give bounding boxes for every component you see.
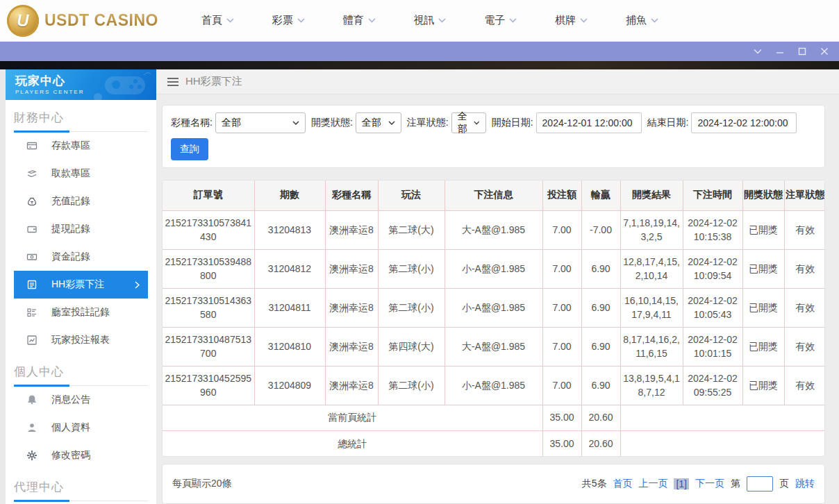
search-button[interactable]: 查詢 bbox=[171, 138, 208, 160]
cell-bet-info: 大-A盤@1.985 bbox=[445, 210, 542, 249]
sidebar-item-label: 存款專區 bbox=[51, 140, 90, 152]
cell-bet-amount: 7.00 bbox=[542, 210, 581, 249]
col-winloss: 輸贏 bbox=[581, 180, 620, 210]
cell-draw-result: 13,8,19,5,4,18,7,12 bbox=[620, 366, 683, 405]
cell-draw-status: 已開獎 bbox=[742, 288, 784, 327]
sidebar-item-profile[interactable]: 個人資料 bbox=[14, 414, 148, 442]
cell-period: 31204809 bbox=[254, 366, 325, 405]
table-row: 2152173310487513700 31204810 澳洲幸运8 第四球(大… bbox=[163, 327, 825, 366]
sidebar-item-recharge-records[interactable]: 充值記錄 bbox=[14, 187, 148, 215]
coin-logo-icon: U bbox=[7, 5, 39, 37]
nav-item-boardgames[interactable]: 棋牌 bbox=[555, 14, 588, 27]
end-date-input[interactable] bbox=[691, 112, 797, 133]
nav-item-home[interactable]: 首頁 bbox=[201, 14, 234, 27]
table-header-row: 訂單號 期數 彩種名稱 玩法 下注信息 投注額 輸贏 開獎結果 下注時間 開獎狀… bbox=[163, 180, 825, 210]
current-page-indicator: [1] bbox=[674, 478, 689, 489]
next-page-link[interactable]: 下一页 bbox=[695, 478, 724, 490]
cell-lottery-name: 澳洲幸运8 bbox=[325, 366, 378, 405]
chevron-down-icon bbox=[580, 18, 588, 23]
sidebar-item-label: 廳室投註記錄 bbox=[51, 306, 110, 319]
order-status-select[interactable]: 全部 bbox=[451, 112, 486, 133]
main-menu: 首頁 彩票 體育 視訊 電子 棋牌 bbox=[181, 14, 839, 27]
nav-item-slots[interactable]: 電子 bbox=[484, 14, 517, 27]
cell-lottery-name: 澳洲幸运8 bbox=[325, 210, 378, 249]
chevron-down-icon bbox=[474, 121, 479, 125]
cell-play-type: 第二球(小) bbox=[378, 288, 445, 327]
nav-item-fishing[interactable]: 捕魚 bbox=[626, 14, 658, 27]
cell-draw-result: 7,1,18,19,14,3,2,5 bbox=[620, 210, 683, 249]
sidebar-item-hall-bet-records[interactable]: 廳室投註記錄 bbox=[14, 299, 148, 326]
cell-order-no: 2152173310514363580 bbox=[163, 288, 254, 327]
sidebar-item-player-bet-report[interactable]: 玩家投注報表 bbox=[14, 326, 148, 354]
sidebar-item-funds-records[interactable]: 資金記錄 bbox=[14, 243, 148, 271]
cell-winloss: -7.00 bbox=[581, 210, 620, 249]
sidebar-item-change-password[interactable]: 修改密碼 bbox=[14, 442, 148, 469]
minimize-icon[interactable] bbox=[774, 45, 786, 58]
cell-order-no: 2152173310452595960 bbox=[163, 366, 254, 405]
sidebar-item-withdrawal-records[interactable]: 提現記錄 bbox=[14, 215, 148, 243]
lottery-name-select[interactable]: 全部 bbox=[215, 112, 306, 133]
start-date-input[interactable] bbox=[536, 112, 642, 133]
sidebar-item-deposit[interactable]: 存款專區 bbox=[14, 132, 148, 160]
cell-period: 31204810 bbox=[254, 327, 325, 366]
total-count-text: 共5条 bbox=[582, 478, 607, 490]
nav-item-video[interactable]: 視訊 bbox=[413, 14, 446, 27]
selected-value: 全部 bbox=[362, 117, 381, 129]
cell-bet-info: 小-A盤@1.985 bbox=[445, 249, 542, 288]
banknote-icon bbox=[26, 251, 38, 262]
brand-logo[interactable]: U USDT CASINO bbox=[7, 5, 181, 37]
sidebar: 玩家中心 PLAYERS CENTER 財務中心 存款專區 bbox=[6, 69, 156, 504]
maximize-icon[interactable] bbox=[796, 45, 808, 58]
sidebar-item-hh-lottery-bets[interactable]: HH彩票下注 bbox=[14, 271, 148, 299]
nav-item-sports[interactable]: 體育 bbox=[343, 14, 376, 27]
cell-play-type: 第二球(大) bbox=[378, 210, 445, 249]
first-page-link[interactable]: 首页 bbox=[613, 478, 632, 490]
col-play-type: 玩法 bbox=[378, 180, 445, 210]
nav-item-lottery[interactable]: 彩票 bbox=[272, 14, 305, 27]
chevron-down-icon bbox=[226, 18, 234, 23]
nav-label: 電子 bbox=[484, 14, 505, 27]
cell-winloss: 6.90 bbox=[581, 249, 620, 288]
page-header: HH彩票下注 bbox=[156, 69, 839, 94]
nav-label: 彩票 bbox=[272, 14, 293, 27]
close-icon[interactable] bbox=[818, 45, 831, 58]
nav-label: 體育 bbox=[343, 14, 364, 27]
nav-label: 棋牌 bbox=[555, 14, 576, 27]
cell-lottery-name: 澳洲幸运8 bbox=[325, 288, 378, 327]
section-title: 個人中心 bbox=[14, 365, 64, 378]
cell-bet-time: 2024-12-02 10:05:43 bbox=[683, 288, 742, 327]
chevron-down-icon bbox=[297, 18, 305, 23]
recharge-bag-icon bbox=[26, 196, 38, 207]
jump-prefix: 第 bbox=[731, 478, 740, 490]
cell-period: 31204812 bbox=[254, 249, 325, 288]
chevron-down-icon bbox=[292, 121, 299, 125]
col-bet-time: 下注時間 bbox=[683, 180, 742, 210]
page-size-text: 每頁顯示20條 bbox=[172, 478, 232, 490]
col-draw-result: 開獎結果 bbox=[620, 180, 683, 210]
summary-empty bbox=[620, 405, 825, 430]
hamburger-menu-icon[interactable] bbox=[167, 78, 178, 86]
col-order-no: 訂單號 bbox=[163, 180, 254, 210]
page-jump-input[interactable] bbox=[747, 476, 773, 492]
draw-status-select[interactable]: 全部 bbox=[356, 112, 401, 133]
sidebar-item-label: 提現記錄 bbox=[51, 223, 90, 235]
page-title: HH彩票下注 bbox=[185, 75, 242, 88]
cell-order-no: 2152173310487513700 bbox=[163, 327, 254, 366]
cell-bet-time: 2024-12-02 09:55:25 bbox=[683, 366, 742, 405]
collapse-icon[interactable] bbox=[751, 45, 764, 58]
sidebar-item-label: HH彩票下注 bbox=[51, 278, 104, 291]
cell-bet-amount: 7.00 bbox=[542, 249, 581, 288]
sidebar-item-announcements[interactable]: 消息公告 bbox=[14, 386, 148, 414]
sidebar-item-withdraw[interactable]: 取款專區 bbox=[14, 160, 148, 187]
jump-action-link[interactable]: 跳转 bbox=[795, 478, 815, 490]
prev-page-link[interactable]: 上一页 bbox=[638, 478, 667, 490]
pager-controls: 共5条 首页 上一页 [1] 下一页 第 页 跳转 bbox=[582, 476, 815, 492]
summary-winloss-total: 20.60 bbox=[581, 405, 620, 430]
workspace: 玩家中心 PLAYERS CENTER 財務中心 存款專區 bbox=[0, 69, 839, 504]
summary-label: 總統計 bbox=[163, 430, 542, 456]
lottery-name-label: 彩種名稱: bbox=[171, 117, 213, 129]
cell-draw-status: 已開獎 bbox=[742, 366, 784, 405]
sidebar-item-label: 消息公告 bbox=[51, 394, 90, 406]
background-strip bbox=[0, 61, 839, 69]
cell-period: 31204813 bbox=[254, 210, 325, 249]
